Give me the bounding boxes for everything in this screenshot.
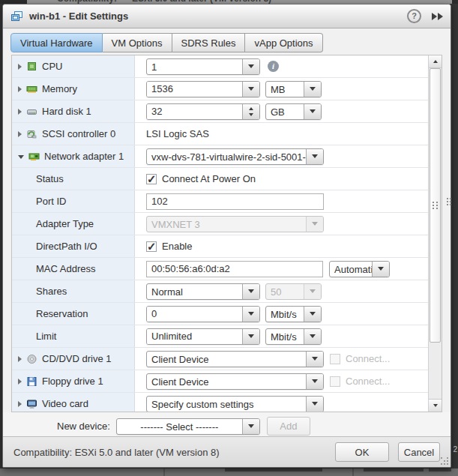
- chevron-down-icon[interactable]: [242, 284, 259, 299]
- checkbox-label: Enable: [162, 241, 192, 252]
- chevron-down-icon[interactable]: [306, 352, 323, 367]
- scrollbar[interactable]: [428, 55, 442, 412]
- collapse-icon[interactable]: [18, 155, 24, 159]
- row-status: Status Connect At Power On: [12, 168, 428, 190]
- spinner-arrows-icon[interactable]: [242, 104, 259, 119]
- row-network-adapter: Network adapter 1 vxw-dvs-781-virtualwir…: [12, 145, 428, 168]
- row-label: Reservation: [36, 308, 88, 319]
- chevron-down-icon[interactable]: [306, 397, 323, 412]
- mac-mode-select[interactable]: Automatic: [329, 261, 390, 277]
- tab-sdrs-rules[interactable]: SDRS Rules: [172, 33, 246, 52]
- chevron-down-icon[interactable]: [304, 82, 321, 97]
- chevron-down-icon[interactable]: [242, 419, 259, 434]
- network-select[interactable]: vxw-dvs-781-virtualwire-2-sid-5001-l: [146, 148, 324, 165]
- chevron-down-icon[interactable]: [372, 262, 389, 277]
- expand-icon[interactable]: [18, 401, 22, 407]
- dialog-titlebar[interactable]: win-b1 - Edit Settings: [3, 4, 451, 28]
- new-device-select[interactable]: ------- Select -------: [116, 418, 260, 435]
- chevron-down-icon[interactable]: [242, 307, 259, 322]
- chevron-down-icon: [306, 217, 323, 232]
- expand-icon[interactable]: [18, 131, 22, 137]
- hard-disk-unit-select[interactable]: GB: [265, 103, 322, 120]
- mac-address-input[interactable]: [146, 261, 323, 277]
- floppy-select[interactable]: Client Device: [146, 373, 324, 390]
- reservation-input[interactable]: [147, 307, 242, 322]
- thumb-grip-icon: [433, 202, 438, 210]
- adapter-type-select: VMXNET 3: [146, 216, 324, 232]
- memory-input[interactable]: [147, 82, 242, 97]
- directpath-enable-checkbox[interactable]: [146, 241, 157, 252]
- row-label: Shares: [36, 286, 67, 297]
- reservation-combobox[interactable]: [146, 306, 260, 322]
- limit-unit-value: Mbit/s: [266, 329, 304, 344]
- help-icon[interactable]: [407, 9, 421, 23]
- connect-at-power-on-checkbox[interactable]: [146, 174, 157, 184]
- chevron-down-icon: [304, 284, 321, 299]
- background-fragment: 2: [453, 445, 457, 454]
- expand-icon[interactable]: [18, 379, 22, 385]
- limit-combobox[interactable]: [146, 328, 260, 345]
- screen: Compatibility: ESXi 5.0 and later (VM ve…: [0, 0, 458, 476]
- hard-disk-size-input[interactable]: [147, 104, 242, 119]
- network-value: vxw-dvs-781-virtualwire-2-sid-5001-l: [147, 149, 306, 164]
- memory-icon: [26, 84, 37, 94]
- memory-combobox[interactable]: [146, 81, 260, 97]
- chevron-down-icon[interactable]: [304, 307, 321, 322]
- hardware-list: CPU 1: [11, 55, 442, 412]
- cd-dvd-select[interactable]: Client Device: [146, 351, 324, 367]
- cpu-icon: [26, 61, 37, 72]
- shares-custom-value: 50: [266, 284, 304, 299]
- chevron-down-icon[interactable]: [306, 149, 323, 164]
- cd-dvd-icon: [26, 354, 37, 364]
- limit-unit-select[interactable]: Mbit/s: [265, 328, 322, 345]
- row-video-card: Video card Specify custom settings: [12, 393, 428, 412]
- chevron-down-icon[interactable]: [304, 104, 321, 119]
- chevron-down-icon[interactable]: [242, 82, 259, 97]
- chevron-down-icon[interactable]: [304, 329, 321, 344]
- cpu-select[interactable]: 1: [146, 58, 260, 75]
- row-floppy-drive: Floppy drive 1 Client Device Connect...: [12, 370, 428, 393]
- row-label: Port ID: [36, 196, 66, 207]
- resize-grip-icon[interactable]: [441, 457, 449, 466]
- row-directpath-io: DirectPath I/O Enable: [12, 235, 428, 258]
- row-limit: Limit Mbit/s: [12, 325, 428, 348]
- cancel-button[interactable]: Cancel: [398, 442, 440, 462]
- pop-out-icon[interactable]: [432, 13, 443, 20]
- tab-vm-options[interactable]: VM Options: [103, 33, 172, 52]
- info-icon: [268, 61, 279, 72]
- scsi-controller-icon: [26, 129, 37, 139]
- floppy-value: Client Device: [147, 374, 306, 389]
- chevron-down-icon[interactable]: [242, 329, 259, 344]
- tab-virtual-hardware[interactable]: Virtual Hardware: [10, 33, 103, 52]
- expand-icon[interactable]: [18, 86, 22, 92]
- scroll-up-button[interactable]: [429, 55, 442, 68]
- scroll-down-button[interactable]: [429, 399, 442, 412]
- row-adapter-type: Adapter Type VMXNET 3: [12, 213, 428, 235]
- chevron-down-icon[interactable]: [242, 59, 259, 74]
- expand-icon[interactable]: [18, 64, 22, 70]
- hard-disk-size-spinner[interactable]: [146, 103, 260, 120]
- video-card-value: Specify custom settings: [147, 397, 306, 412]
- video-card-select[interactable]: Specify custom settings: [146, 396, 324, 412]
- memory-unit-select[interactable]: MB: [265, 81, 322, 97]
- edge-resize-grip-icon[interactable]: [447, 198, 452, 206]
- background-window-bottom: [0, 469, 458, 476]
- background-text-smudge: [364, 469, 424, 472]
- chevron-down-icon[interactable]: [306, 374, 323, 389]
- compatibility-text: Compatibility: ESXi 5.0 and later (VM ve…: [13, 447, 335, 458]
- row-label: Status: [36, 173, 64, 184]
- ok-button[interactable]: OK: [335, 442, 389, 462]
- background-text-smudge: [429, 469, 451, 472]
- tab-vapp-options[interactable]: vApp Options: [245, 33, 322, 52]
- shares-select[interactable]: Normal: [146, 283, 260, 300]
- expand-icon[interactable]: [18, 109, 22, 115]
- expand-icon[interactable]: [18, 356, 22, 362]
- vm-icon: [10, 10, 23, 22]
- hard-disk-unit-value: GB: [266, 104, 304, 119]
- reservation-unit-select[interactable]: Mbit/s: [265, 306, 322, 322]
- port-id-input[interactable]: [146, 193, 324, 210]
- video-card-icon: [26, 399, 37, 409]
- edit-settings-dialog: win-b1 - Edit Settings Virtual Hardware …: [2, 4, 451, 468]
- scrollbar-thumb[interactable]: [430, 68, 441, 343]
- limit-input[interactable]: [147, 329, 242, 344]
